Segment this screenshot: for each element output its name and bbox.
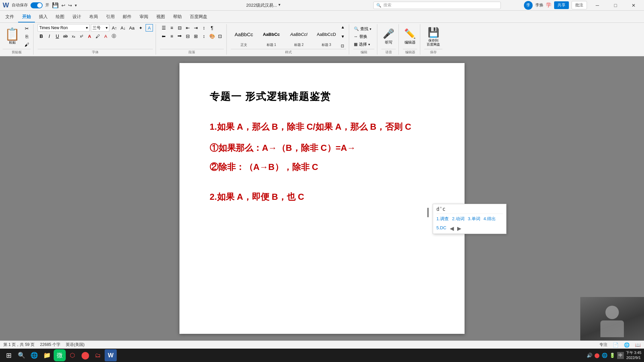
superscript-button[interactable]: x² bbox=[78, 33, 85, 40]
style-heading3[interactable]: AaBbCcD 标题 3 bbox=[313, 25, 339, 48]
copy-button[interactable]: ⎘ bbox=[23, 33, 31, 40]
systray-network[interactable]: 🌐 bbox=[602, 353, 607, 358]
change-case-button[interactable]: Aa bbox=[128, 24, 136, 32]
autocomplete-popup[interactable]: d'c 1.调查 2.动词 3.单词 4.得出 5.DC ◀ ▶ bbox=[433, 204, 506, 234]
taskbar-word[interactable]: W bbox=[105, 349, 117, 361]
style-normal[interactable]: AaBbCc 正文 bbox=[231, 25, 257, 48]
style-heading1[interactable]: AaBbCc 标题 1 bbox=[258, 25, 284, 48]
systray-time[interactable]: 下午 3:45 2022/9/1 bbox=[626, 350, 641, 361]
font-size-selector[interactable]: 三号 ▾ bbox=[91, 24, 109, 32]
comment-button[interactable]: 批注 bbox=[572, 1, 587, 9]
minimize-button[interactable]: ─ bbox=[590, 0, 605, 11]
replace-button[interactable]: ↔ 替换 bbox=[353, 33, 374, 40]
styles-expand[interactable]: ⊡ bbox=[341, 44, 346, 48]
tab-view[interactable]: 视图 bbox=[152, 12, 169, 22]
doc-line-3[interactable]: ②除非：（A→B），除非 C bbox=[210, 161, 434, 174]
popup-option-2[interactable]: 2.动词 bbox=[452, 216, 465, 222]
align-center-button[interactable]: ≡ bbox=[168, 33, 175, 40]
popup-option-4[interactable]: 4.得出 bbox=[484, 216, 496, 222]
title-dropdown[interactable]: ▾ bbox=[278, 2, 280, 8]
taskbar-search[interactable]: 🔍 bbox=[15, 349, 28, 361]
select-button[interactable]: ▦ 选择 ▾ bbox=[353, 41, 374, 48]
indent-more-button[interactable]: ⇥ bbox=[192, 24, 200, 32]
text-color-button[interactable]: A bbox=[86, 33, 93, 40]
doc-line-2[interactable]: ①如果那么：A→（B，除非 C）=A→ bbox=[210, 141, 434, 155]
strikethrough-button[interactable]: ab bbox=[62, 33, 69, 40]
styles-scroll-down[interactable]: ▼ bbox=[341, 34, 346, 39]
popup-option-1[interactable]: 1.调查 bbox=[436, 216, 449, 222]
tab-references[interactable]: 引用 bbox=[102, 12, 119, 22]
find-button[interactable]: 🔍 查找 ▾ bbox=[353, 25, 374, 33]
taskbar-start[interactable]: ⊞ bbox=[3, 349, 15, 361]
redo-icon[interactable]: ↪ bbox=[68, 3, 72, 8]
tab-baidu[interactable]: 百度网盘 bbox=[186, 12, 211, 22]
save-icon[interactable]: 💾 bbox=[52, 2, 59, 8]
taskbar-app5[interactable]: ⬡ bbox=[66, 349, 78, 361]
tab-design[interactable]: 设计 bbox=[68, 12, 85, 22]
style-heading2[interactable]: AaBbCcI 标题 2 bbox=[286, 25, 312, 48]
view-read-icon[interactable]: 📖 bbox=[635, 342, 641, 348]
popup-nav-left[interactable]: ◀ bbox=[450, 225, 454, 232]
tab-home[interactable]: 开始 bbox=[18, 12, 35, 22]
systray-battery[interactable]: 🔋 bbox=[609, 353, 615, 358]
numbering-button[interactable]: ≡ bbox=[168, 24, 175, 32]
bullets-button[interactable]: ☰ bbox=[160, 24, 167, 32]
clear-format-button[interactable]: ✦ bbox=[137, 24, 144, 32]
save-baidu-button[interactable]: 💾 保存到百度网盘 bbox=[427, 27, 440, 47]
font-color-button[interactable]: A bbox=[102, 33, 109, 40]
autosave-toggle[interactable] bbox=[31, 2, 43, 8]
increase-font-button[interactable]: A↑ bbox=[111, 24, 118, 32]
text-effect-button[interactable]: ⓪ bbox=[110, 33, 117, 40]
popup-option-3[interactable]: 3.单词 bbox=[468, 216, 480, 222]
align-right-button[interactable]: ⮕ bbox=[176, 33, 183, 40]
popup-option-5[interactable]: 5.DC bbox=[436, 225, 446, 232]
taskbar-files[interactable]: 📁 bbox=[41, 349, 53, 361]
taskbar-record[interactable]: ⬤ bbox=[79, 349, 91, 361]
columns-button[interactable]: ⊞ bbox=[192, 33, 200, 40]
tab-insert[interactable]: 插入 bbox=[35, 12, 52, 22]
taskbar-wechat[interactable]: 微 bbox=[54, 349, 66, 361]
cut-button[interactable]: ✂ bbox=[23, 25, 31, 32]
popup-nav-right[interactable]: ▶ bbox=[457, 225, 461, 232]
doc-line-4[interactable]: 2.如果 A，即便 B，也 C bbox=[210, 190, 434, 203]
undo-icon[interactable]: ↩ bbox=[61, 3, 65, 8]
font-name-selector[interactable]: Times New Ron ▾ bbox=[38, 24, 90, 32]
align-left-button[interactable]: ⬅ bbox=[160, 33, 167, 40]
user-avatar[interactable]: 李 bbox=[524, 1, 533, 10]
tab-review[interactable]: 审阅 bbox=[136, 12, 152, 22]
line-spacing-button[interactable]: ↕ bbox=[200, 33, 208, 40]
subscript-button[interactable]: x₂ bbox=[70, 33, 77, 40]
format-painter-button[interactable]: 🖌 bbox=[23, 41, 31, 48]
styles-scroll-up[interactable]: ▲ bbox=[341, 25, 346, 29]
text-format-button[interactable]: A bbox=[146, 24, 153, 32]
tab-mailings[interactable]: 邮件 bbox=[119, 12, 136, 22]
taskbar-edge[interactable]: 🌐 bbox=[28, 349, 40, 361]
bold-button[interactable]: B bbox=[38, 33, 45, 40]
focus-button[interactable]: 专注 bbox=[599, 342, 607, 348]
tab-file[interactable]: 文件 bbox=[1, 12, 18, 22]
view-print-icon[interactable]: 📄 bbox=[613, 342, 619, 348]
paste-button[interactable]: 📋 粘贴 bbox=[3, 27, 22, 46]
share-button[interactable]: 共享 bbox=[554, 1, 569, 9]
tab-layout[interactable]: 布局 bbox=[85, 12, 102, 22]
indent-less-button[interactable]: ⇤ bbox=[184, 24, 192, 32]
search-bar[interactable]: 🔍 搜索 bbox=[373, 2, 501, 9]
systray-input[interactable]: 中 bbox=[617, 352, 624, 359]
maximize-button[interactable]: □ bbox=[608, 0, 623, 11]
more-icon[interactable]: ▾ bbox=[75, 3, 77, 8]
close-button[interactable]: ✕ bbox=[626, 0, 641, 11]
justify-button[interactable]: ⊟ bbox=[184, 33, 192, 40]
decrease-font-button[interactable]: A↓ bbox=[119, 24, 127, 32]
systray-record[interactable]: ⬤ bbox=[594, 353, 600, 358]
dictate-button[interactable]: 🎤 听写 bbox=[383, 28, 394, 45]
tab-help[interactable]: 帮助 bbox=[169, 12, 186, 22]
systray-volume[interactable]: 🔊 bbox=[587, 353, 592, 358]
taskbar-app7[interactable]: 🗂 bbox=[92, 349, 104, 361]
border-button[interactable]: ⊡ bbox=[216, 33, 224, 40]
doc-line-1[interactable]: 1.如果 A，那么 B，除非 C/如果 A，那么 B，否则 C bbox=[210, 120, 434, 133]
highlight-button[interactable]: 🖊 bbox=[94, 33, 101, 40]
multilevel-button[interactable]: ⊟ bbox=[176, 24, 183, 32]
view-web-icon[interactable]: 🌐 bbox=[624, 342, 630, 348]
show-marks-button[interactable]: ¶ bbox=[208, 24, 216, 32]
editor-button[interactable]: ✏️ 编辑器 bbox=[404, 28, 416, 45]
